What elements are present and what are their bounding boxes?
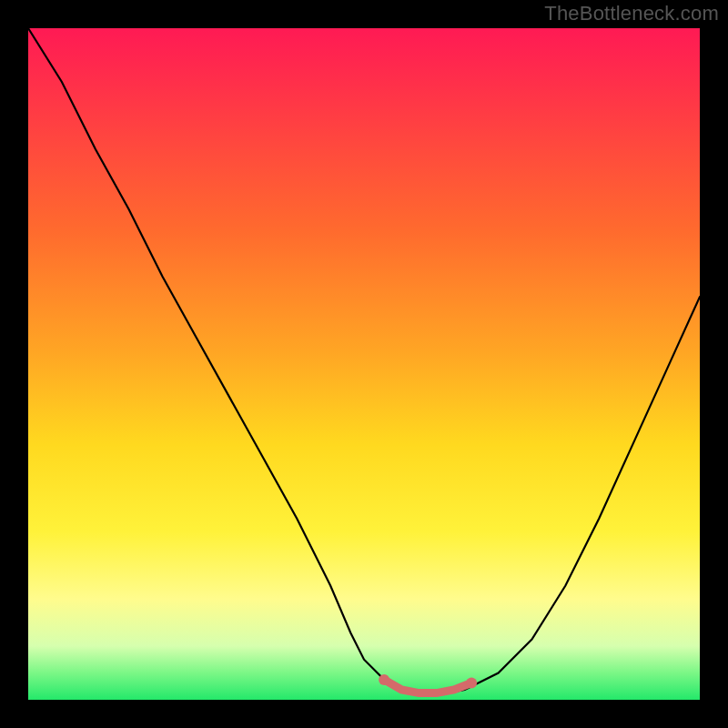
highlight-dot — [379, 674, 389, 685]
bottleneck-chart: TheBottleneck.com — [0, 0, 728, 728]
plot-area — [28, 28, 700, 700]
watermark-text: TheBottleneck.com — [544, 2, 719, 25]
bottleneck-curve-line — [28, 28, 700, 693]
highlight-dot — [466, 678, 477, 689]
curve-layer — [28, 28, 700, 700]
highlight-segment — [384, 680, 471, 693]
